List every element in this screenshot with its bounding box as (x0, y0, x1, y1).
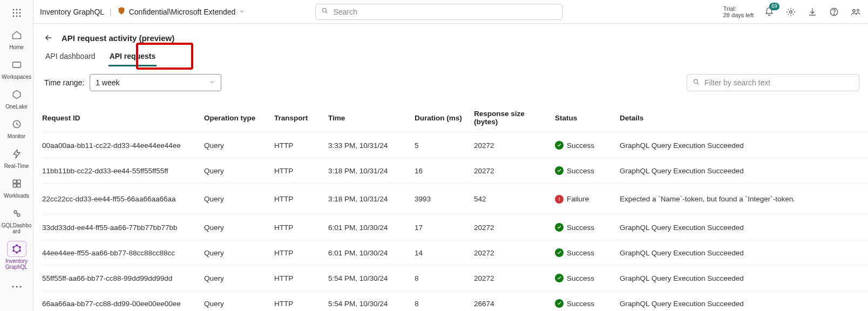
global-search-input[interactable]: Search (315, 4, 562, 20)
time-range-value: 1 week (96, 78, 119, 87)
cell-request-id: 11bb11bb-cc22-dd33-ee44-55ff55ff55ff (42, 167, 204, 175)
sidebar-item-label: Monitor (8, 133, 25, 139)
cell-details: Expected a `Name`-token, but found a `In… (620, 192, 868, 207)
monitor-icon (7, 116, 26, 132)
svg-point-8 (19, 16, 21, 17)
cell-details: GraphQL Query Execution Succeeded (620, 167, 868, 175)
svg-point-7 (16, 16, 17, 17)
status-text: Success (567, 167, 594, 175)
tab-api-requests[interactable]: API requests (109, 49, 157, 66)
search-icon (321, 7, 329, 16)
svg-point-34 (559, 200, 560, 201)
cell-size: 542 (474, 195, 555, 203)
account-button[interactable] (850, 6, 862, 18)
cell-operation-type: Query (204, 300, 274, 308)
app-launcher-icon[interactable] (9, 5, 24, 21)
svg-point-23 (12, 246, 14, 248)
sidebar-item-workloads[interactable]: Workloads (0, 172, 33, 202)
status-text: Success (567, 249, 594, 257)
svg-point-24 (12, 286, 13, 287)
cell-operation-type: Query (204, 141, 274, 150)
sensitivity-dropdown[interactable]: Confidential\Microsoft Extended (117, 6, 246, 17)
tab-api-dashboard[interactable]: API dashboard (44, 49, 97, 66)
cell-size: 20272 (474, 224, 555, 232)
table-row[interactable]: 66aa66aa-bb77-cc88-dd99-00ee00ee00eeQuer… (42, 290, 868, 311)
sidebar-item-inventory-graphql[interactable]: Inventory GraphQL (0, 238, 33, 273)
svg-point-20 (19, 250, 21, 252)
cell-time: 3:18 PM, 10/31/24 (328, 195, 415, 203)
download-button[interactable] (806, 6, 818, 18)
svg-point-21 (16, 252, 17, 253)
col-details[interactable]: Details (620, 114, 868, 122)
settings-button[interactable] (785, 6, 797, 18)
status-text: Success (567, 224, 594, 232)
filter-search-input[interactable]: Filter by search text (687, 74, 859, 91)
cell-operation-type: Query (204, 249, 274, 257)
cell-request-id: 55ff55ff-aa66-bb77-cc88-99dd99dd99dd (42, 274, 204, 282)
svg-point-26 (19, 286, 21, 287)
sidebar-item-label: Workloads (4, 193, 29, 199)
table-row[interactable]: 44ee44ee-ff55-aa66-bb77-88cc88cc88ccQuer… (42, 240, 868, 265)
svg-point-28 (790, 10, 792, 13)
top-bar: Inventory GraphQL | Confidential\Microso… (33, 0, 868, 24)
sidebar-item-more[interactable] (0, 275, 33, 298)
status-text: Success (567, 300, 594, 308)
top-right-actions: Trial: 28 days left 69 (723, 5, 862, 18)
cell-duration: 14 (415, 249, 474, 257)
cell-duration: 16 (415, 167, 474, 175)
error-icon (555, 195, 564, 204)
checkmark-icon (555, 299, 564, 308)
col-response-size[interactable]: Response size (bytes) (474, 110, 555, 126)
gqldashboard-icon (7, 205, 26, 221)
search-placeholder: Search (333, 8, 357, 16)
cell-duration: 3993 (415, 195, 474, 203)
checkmark-icon (555, 248, 564, 257)
breadcrumb-item[interactable]: Inventory GraphQL (40, 8, 104, 16)
sidebar-item-home[interactable]: Home (0, 24, 33, 53)
sidebar-item-monitor[interactable]: Monitor (0, 113, 33, 143)
svg-point-19 (19, 246, 21, 248)
cell-request-id: 66aa66aa-bb77-cc88-dd99-00ee00ee00ee (42, 300, 204, 308)
cell-request-id: 00aa00aa-bb11-cc22-dd33-44ee44ee44ee (42, 141, 204, 150)
table-row[interactable]: 22cc22cc-dd33-ee44-ff55-66aa66aa66aaQuer… (42, 183, 868, 214)
svg-rect-9 (12, 62, 21, 67)
checkmark-icon (555, 141, 564, 150)
svg-rect-14 (17, 184, 20, 187)
time-range-select[interactable]: 1 week (90, 74, 221, 91)
col-duration[interactable]: Duration (ms) (415, 114, 474, 122)
notifications-button[interactable]: 69 (763, 6, 775, 18)
cell-status: Success (555, 166, 620, 175)
svg-point-22 (12, 250, 14, 252)
sidebar-item-onelake[interactable]: OneLake (0, 83, 33, 113)
chevron-down-icon (209, 78, 215, 87)
back-button[interactable] (42, 31, 55, 44)
help-button[interactable] (828, 6, 840, 18)
chevron-down-icon (239, 8, 245, 16)
col-time[interactable]: Time (328, 114, 415, 122)
cell-size: 20272 (474, 167, 555, 175)
cell-operation-type: Query (204, 195, 274, 203)
cell-status: Success (555, 274, 620, 282)
col-request-id[interactable]: Request ID (42, 114, 204, 122)
cell-status: Success (555, 299, 620, 308)
trial-status: Trial: 28 days left (723, 5, 754, 18)
cell-time: 5:54 PM, 10/30/24 (328, 274, 415, 282)
sidebar-item-gqldashboard[interactable]: GQLDashboard (0, 202, 33, 238)
cell-status: Success (555, 248, 620, 257)
col-transport[interactable]: Transport (274, 114, 328, 122)
cell-duration: 5 (415, 141, 474, 150)
table-row[interactable]: 33dd33dd-ee44-ff55-aa66-77bb77bb77bbQuer… (42, 214, 868, 240)
more-icon (7, 279, 26, 295)
col-operation-type[interactable]: Operation type (204, 114, 274, 122)
notification-badge: 69 (769, 3, 779, 10)
table-row[interactable]: 55ff55ff-aa66-bb77-cc88-99dd99dd99ddQuer… (42, 265, 868, 290)
cell-duration: 17 (415, 224, 474, 232)
page-header: API request activity (preview) (42, 29, 868, 48)
sidebar-item-workspaces[interactable]: Workspaces (0, 53, 33, 83)
table-row[interactable]: 11bb11bb-cc22-dd33-ee44-55ff55ff55ffQuer… (42, 158, 868, 183)
col-status[interactable]: Status (555, 114, 620, 122)
filter-placeholder: Filter by search text (704, 78, 770, 87)
table-row[interactable]: 00aa00aa-bb11-cc22-dd33-44ee44ee44eeQuer… (42, 132, 868, 158)
cell-time: 3:33 PM, 10/31/24 (328, 141, 415, 150)
sidebar-item-realtime[interactable]: Real-Time (0, 143, 33, 172)
